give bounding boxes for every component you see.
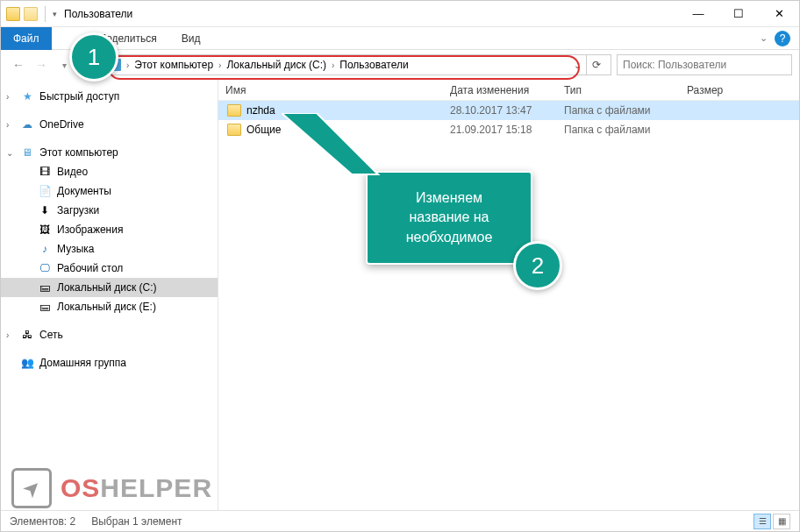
window-title: Пользователи <box>64 8 132 20</box>
nav-label: Локальный диск (C:) <box>57 281 157 294</box>
nav-label: Быстрый доступ <box>39 90 119 103</box>
expand-icon[interactable]: › <box>6 120 15 130</box>
maximize-button[interactable]: ☐ <box>718 1 759 27</box>
watermark-cursor-icon: ➤ <box>11 468 52 508</box>
watermark: ➤ OSHELPER <box>11 468 212 508</box>
nav-music[interactable]: ♪ Музыка <box>1 239 218 259</box>
nav-onedrive[interactable]: › ☁ OneDrive <box>1 115 218 134</box>
qat-dropdown-icon[interactable]: ▾ <box>53 10 57 18</box>
nav-video[interactable]: 🎞 Видео <box>1 162 218 181</box>
tab-file[interactable]: Файл <box>1 27 52 50</box>
nav-label: Изображения <box>57 223 123 236</box>
file-type: Папка с файлами <box>557 124 680 136</box>
nav-label: Рабочий стол <box>57 262 123 274</box>
file-name: nzhda <box>246 104 275 117</box>
quick-access-toolbar: ▾ <box>1 6 57 22</box>
nav-back-button[interactable]: ← <box>8 54 29 75</box>
file-name: Общие <box>246 124 281 136</box>
help-icon[interactable]: ? <box>775 31 790 46</box>
collapse-icon[interactable]: ⌄ <box>6 148 15 158</box>
ribbon-expand-icon[interactable]: ⌄ <box>760 32 768 44</box>
drive-icon: 🖴 <box>38 280 52 294</box>
nav-label: OneDrive <box>39 118 84 131</box>
breadcrumb-seg[interactable]: Пользователи <box>339 59 408 71</box>
annotation-callout: Изменяем название на необходимое <box>366 171 532 265</box>
nav-label: Этот компьютер <box>39 146 118 159</box>
callout-line: Изменяем <box>387 188 511 208</box>
desktop-icon: 🖵 <box>38 261 52 275</box>
addr-dropdown-icon[interactable]: ⌄ <box>574 60 581 70</box>
breadcrumb-seg[interactable]: Локальный диск (C:) <box>226 59 326 71</box>
folder-icon <box>227 124 241 136</box>
callout-line: название на <box>387 208 511 227</box>
main-area: › ★ Быстрый доступ › ☁ OneDrive ⌄ 🖥 Этот… <box>1 80 799 510</box>
nav-label: Сеть <box>39 329 63 341</box>
nav-forward-button[interactable]: → <box>31 54 52 75</box>
nav-label: Загрузки <box>57 204 99 216</box>
pictures-icon: 🖼 <box>38 223 52 237</box>
breadcrumb-seg[interactable]: Этот компьютер <box>134 59 213 71</box>
nav-this-pc[interactable]: ⌄ 🖥 Этот компьютер <box>1 143 218 162</box>
close-button[interactable]: ✕ <box>759 1 799 27</box>
music-icon: ♪ <box>38 242 52 256</box>
nav-desktop[interactable]: 🖵 Рабочий стол <box>1 259 218 278</box>
title-bar: ▾ Пользователи ― ☐ ✕ <box>1 1 799 27</box>
window-controls: ― ☐ ✕ <box>678 1 799 27</box>
drive-icon: 🖴 <box>38 300 52 314</box>
nav-quick-access[interactable]: › ★ Быстрый доступ <box>1 87 218 106</box>
folder-icon <box>24 7 38 21</box>
annotation-badge-1: 1 <box>69 32 118 82</box>
nav-disk-c[interactable]: 🖴 Локальный диск (C:) <box>1 278 218 297</box>
nav-label: Домашняя группа <box>39 357 126 369</box>
minimize-button[interactable]: ― <box>678 1 718 27</box>
nav-homegroup[interactable]: 👥 Домашняя группа <box>1 353 218 372</box>
separator <box>45 6 46 22</box>
nav-label: Локальный диск (E:) <box>57 301 156 313</box>
network-icon: 🖧 <box>20 328 34 342</box>
nav-label: Музыка <box>57 243 94 255</box>
tab-view[interactable]: Вид <box>169 27 213 50</box>
status-selected: Выбран 1 элемент <box>91 515 182 528</box>
nav-pictures[interactable]: 🖼 Изображения <box>1 220 218 239</box>
chevron-right-icon: › <box>332 60 334 70</box>
address-row: ← → ▾ ↑ › Этот компьютер › Локальный дис… <box>1 50 799 80</box>
nav-downloads[interactable]: ⬇ Загрузки <box>1 201 218 220</box>
nav-documents[interactable]: 📄 Документы <box>1 181 218 201</box>
status-count: Элементов: 2 <box>10 515 75 528</box>
view-details-button[interactable]: ☰ <box>754 514 771 529</box>
star-icon: ★ <box>20 89 34 103</box>
address-bar[interactable]: › Этот компьютер › Локальный диск (C:) ›… <box>103 54 611 75</box>
svg-marker-0 <box>282 113 378 174</box>
annotation-badge-2: 2 <box>513 241 562 290</box>
video-icon: 🎞 <box>38 165 52 179</box>
search-input[interactable]: Поиск: Пользователи <box>617 54 792 75</box>
nav-label: Видео <box>57 166 88 178</box>
nav-label: Документы <box>57 185 111 197</box>
chevron-right-icon: › <box>126 60 129 70</box>
col-size[interactable]: Размер <box>680 84 768 96</box>
refresh-button[interactable]: ⟳ <box>586 55 605 74</box>
pc-icon: 🖥 <box>20 145 34 160</box>
column-headers: Имя Дата изменения Тип Размер <box>218 80 799 101</box>
document-icon: 📄 <box>38 184 52 198</box>
expand-icon[interactable]: › <box>6 330 15 340</box>
folder-icon <box>227 104 241 117</box>
navigation-pane: › ★ Быстрый доступ › ☁ OneDrive ⌄ 🖥 Этот… <box>1 80 218 510</box>
cloud-icon: ☁ <box>20 117 34 131</box>
search-placeholder: Поиск: Пользователи <box>623 59 726 71</box>
download-icon: ⬇ <box>38 203 52 217</box>
nav-network[interactable]: › 🖧 Сеть <box>1 325 218 344</box>
homegroup-icon: 👥 <box>20 356 34 370</box>
watermark-os: OS <box>61 473 100 502</box>
file-date: 28.10.2017 13:47 <box>443 104 557 117</box>
watermark-helper: HELPER <box>100 473 212 502</box>
callout-line: необходимое <box>387 228 511 247</box>
expand-icon[interactable]: › <box>6 92 15 102</box>
col-name[interactable]: Имя <box>218 84 443 96</box>
chevron-right-icon: › <box>218 60 221 70</box>
col-type[interactable]: Тип <box>557 84 680 96</box>
status-bar: Элементов: 2 Выбран 1 элемент ☰ ▦ <box>1 510 799 531</box>
view-icons-button[interactable]: ▦ <box>773 514 790 529</box>
nav-disk-e[interactable]: 🖴 Локальный диск (E:) <box>1 297 218 316</box>
col-date[interactable]: Дата изменения <box>443 84 557 96</box>
